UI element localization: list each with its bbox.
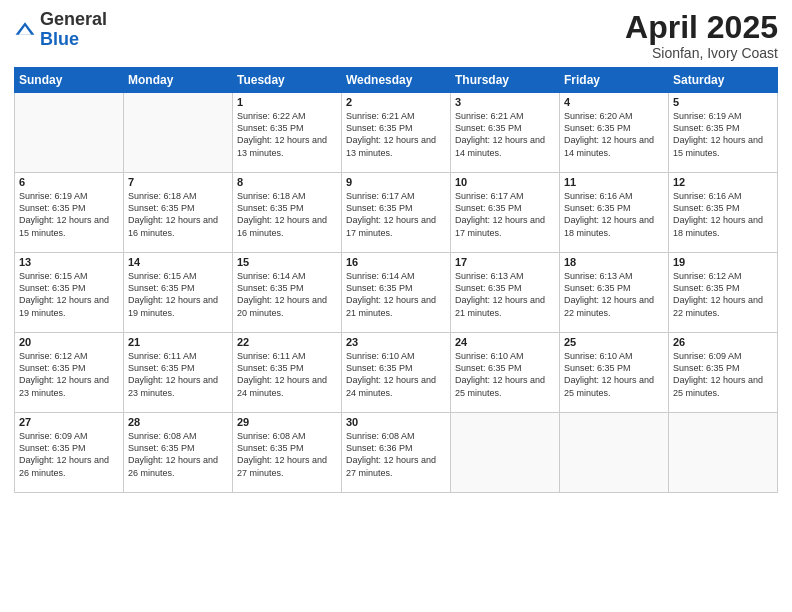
cell-info: Sunrise: 6:17 AMSunset: 6:35 PMDaylight:…: [455, 190, 555, 239]
day-number: 5: [673, 96, 773, 108]
day-number: 30: [346, 416, 446, 428]
calendar-cell: 10Sunrise: 6:17 AMSunset: 6:35 PMDayligh…: [451, 173, 560, 253]
location-subtitle: Sionfan, Ivory Coast: [625, 45, 778, 61]
calendar-cell: 9Sunrise: 6:17 AMSunset: 6:35 PMDaylight…: [342, 173, 451, 253]
calendar-cell: 22Sunrise: 6:11 AMSunset: 6:35 PMDayligh…: [233, 333, 342, 413]
week-row-5: 27Sunrise: 6:09 AMSunset: 6:35 PMDayligh…: [15, 413, 778, 493]
calendar-cell: 12Sunrise: 6:16 AMSunset: 6:35 PMDayligh…: [669, 173, 778, 253]
calendar-cell: 19Sunrise: 6:12 AMSunset: 6:35 PMDayligh…: [669, 253, 778, 333]
day-number: 20: [19, 336, 119, 348]
calendar-cell: [669, 413, 778, 493]
calendar-page: General Blue April 2025 Sionfan, Ivory C…: [0, 0, 792, 612]
day-number: 16: [346, 256, 446, 268]
week-row-3: 13Sunrise: 6:15 AMSunset: 6:35 PMDayligh…: [15, 253, 778, 333]
calendar-cell: 7Sunrise: 6:18 AMSunset: 6:35 PMDaylight…: [124, 173, 233, 253]
calendar-cell: 13Sunrise: 6:15 AMSunset: 6:35 PMDayligh…: [15, 253, 124, 333]
cell-info: Sunrise: 6:19 AMSunset: 6:35 PMDaylight:…: [19, 190, 119, 239]
day-number: 13: [19, 256, 119, 268]
logo-blue-text: Blue: [40, 29, 79, 49]
calendar-cell: 24Sunrise: 6:10 AMSunset: 6:35 PMDayligh…: [451, 333, 560, 413]
calendar-cell: 28Sunrise: 6:08 AMSunset: 6:35 PMDayligh…: [124, 413, 233, 493]
day-number: 9: [346, 176, 446, 188]
day-number: 19: [673, 256, 773, 268]
cell-info: Sunrise: 6:17 AMSunset: 6:35 PMDaylight:…: [346, 190, 446, 239]
day-number: 18: [564, 256, 664, 268]
calendar-cell: 18Sunrise: 6:13 AMSunset: 6:35 PMDayligh…: [560, 253, 669, 333]
day-number: 10: [455, 176, 555, 188]
month-title: April 2025: [625, 10, 778, 45]
weekday-header-saturday: Saturday: [669, 68, 778, 93]
calendar-cell: [560, 413, 669, 493]
day-number: 11: [564, 176, 664, 188]
weekday-header-monday: Monday: [124, 68, 233, 93]
day-number: 15: [237, 256, 337, 268]
calendar-cell: [15, 93, 124, 173]
day-number: 25: [564, 336, 664, 348]
cell-info: Sunrise: 6:12 AMSunset: 6:35 PMDaylight:…: [19, 350, 119, 399]
calendar-cell: [451, 413, 560, 493]
week-row-4: 20Sunrise: 6:12 AMSunset: 6:35 PMDayligh…: [15, 333, 778, 413]
cell-info: Sunrise: 6:16 AMSunset: 6:35 PMDaylight:…: [673, 190, 773, 239]
day-number: 2: [346, 96, 446, 108]
cell-info: Sunrise: 6:15 AMSunset: 6:35 PMDaylight:…: [19, 270, 119, 319]
weekday-header-sunday: Sunday: [15, 68, 124, 93]
cell-info: Sunrise: 6:11 AMSunset: 6:35 PMDaylight:…: [237, 350, 337, 399]
cell-info: Sunrise: 6:09 AMSunset: 6:35 PMDaylight:…: [19, 430, 119, 479]
calendar-cell: 20Sunrise: 6:12 AMSunset: 6:35 PMDayligh…: [15, 333, 124, 413]
day-number: 21: [128, 336, 228, 348]
calendar-cell: 27Sunrise: 6:09 AMSunset: 6:35 PMDayligh…: [15, 413, 124, 493]
weekday-header-tuesday: Tuesday: [233, 68, 342, 93]
cell-info: Sunrise: 6:08 AMSunset: 6:36 PMDaylight:…: [346, 430, 446, 479]
calendar-cell: 8Sunrise: 6:18 AMSunset: 6:35 PMDaylight…: [233, 173, 342, 253]
calendar-body: 1Sunrise: 6:22 AMSunset: 6:35 PMDaylight…: [15, 93, 778, 493]
calendar-cell: 14Sunrise: 6:15 AMSunset: 6:35 PMDayligh…: [124, 253, 233, 333]
title-block: April 2025 Sionfan, Ivory Coast: [625, 10, 778, 61]
calendar-cell: 2Sunrise: 6:21 AMSunset: 6:35 PMDaylight…: [342, 93, 451, 173]
cell-info: Sunrise: 6:10 AMSunset: 6:35 PMDaylight:…: [346, 350, 446, 399]
day-number: 4: [564, 96, 664, 108]
calendar-cell: 26Sunrise: 6:09 AMSunset: 6:35 PMDayligh…: [669, 333, 778, 413]
day-number: 28: [128, 416, 228, 428]
logo: General Blue: [14, 10, 107, 50]
week-row-1: 1Sunrise: 6:22 AMSunset: 6:35 PMDaylight…: [15, 93, 778, 173]
calendar-cell: 6Sunrise: 6:19 AMSunset: 6:35 PMDaylight…: [15, 173, 124, 253]
day-number: 23: [346, 336, 446, 348]
cell-info: Sunrise: 6:10 AMSunset: 6:35 PMDaylight:…: [564, 350, 664, 399]
day-number: 3: [455, 96, 555, 108]
cell-info: Sunrise: 6:21 AMSunset: 6:35 PMDaylight:…: [455, 110, 555, 159]
cell-info: Sunrise: 6:15 AMSunset: 6:35 PMDaylight:…: [128, 270, 228, 319]
day-number: 26: [673, 336, 773, 348]
cell-info: Sunrise: 6:18 AMSunset: 6:35 PMDaylight:…: [128, 190, 228, 239]
calendar-cell: [124, 93, 233, 173]
calendar-cell: 25Sunrise: 6:10 AMSunset: 6:35 PMDayligh…: [560, 333, 669, 413]
calendar-cell: 30Sunrise: 6:08 AMSunset: 6:36 PMDayligh…: [342, 413, 451, 493]
calendar-cell: 21Sunrise: 6:11 AMSunset: 6:35 PMDayligh…: [124, 333, 233, 413]
calendar-cell: 23Sunrise: 6:10 AMSunset: 6:35 PMDayligh…: [342, 333, 451, 413]
logo-icon: [14, 19, 36, 41]
cell-info: Sunrise: 6:11 AMSunset: 6:35 PMDaylight:…: [128, 350, 228, 399]
cell-info: Sunrise: 6:10 AMSunset: 6:35 PMDaylight:…: [455, 350, 555, 399]
calendar-table: SundayMondayTuesdayWednesdayThursdayFrid…: [14, 67, 778, 493]
calendar-cell: 15Sunrise: 6:14 AMSunset: 6:35 PMDayligh…: [233, 253, 342, 333]
day-number: 8: [237, 176, 337, 188]
day-number: 29: [237, 416, 337, 428]
cell-info: Sunrise: 6:13 AMSunset: 6:35 PMDaylight:…: [455, 270, 555, 319]
day-number: 22: [237, 336, 337, 348]
calendar-cell: 1Sunrise: 6:22 AMSunset: 6:35 PMDaylight…: [233, 93, 342, 173]
cell-info: Sunrise: 6:22 AMSunset: 6:35 PMDaylight:…: [237, 110, 337, 159]
cell-info: Sunrise: 6:13 AMSunset: 6:35 PMDaylight:…: [564, 270, 664, 319]
calendar-cell: 5Sunrise: 6:19 AMSunset: 6:35 PMDaylight…: [669, 93, 778, 173]
calendar-cell: 17Sunrise: 6:13 AMSunset: 6:35 PMDayligh…: [451, 253, 560, 333]
cell-info: Sunrise: 6:19 AMSunset: 6:35 PMDaylight:…: [673, 110, 773, 159]
day-number: 27: [19, 416, 119, 428]
calendar-cell: 11Sunrise: 6:16 AMSunset: 6:35 PMDayligh…: [560, 173, 669, 253]
cell-info: Sunrise: 6:14 AMSunset: 6:35 PMDaylight:…: [237, 270, 337, 319]
cell-info: Sunrise: 6:18 AMSunset: 6:35 PMDaylight:…: [237, 190, 337, 239]
calendar-cell: 4Sunrise: 6:20 AMSunset: 6:35 PMDaylight…: [560, 93, 669, 173]
day-number: 1: [237, 96, 337, 108]
logo-general-text: General: [40, 9, 107, 29]
cell-info: Sunrise: 6:21 AMSunset: 6:35 PMDaylight:…: [346, 110, 446, 159]
header: General Blue April 2025 Sionfan, Ivory C…: [14, 10, 778, 61]
weekday-header-wednesday: Wednesday: [342, 68, 451, 93]
cell-info: Sunrise: 6:14 AMSunset: 6:35 PMDaylight:…: [346, 270, 446, 319]
